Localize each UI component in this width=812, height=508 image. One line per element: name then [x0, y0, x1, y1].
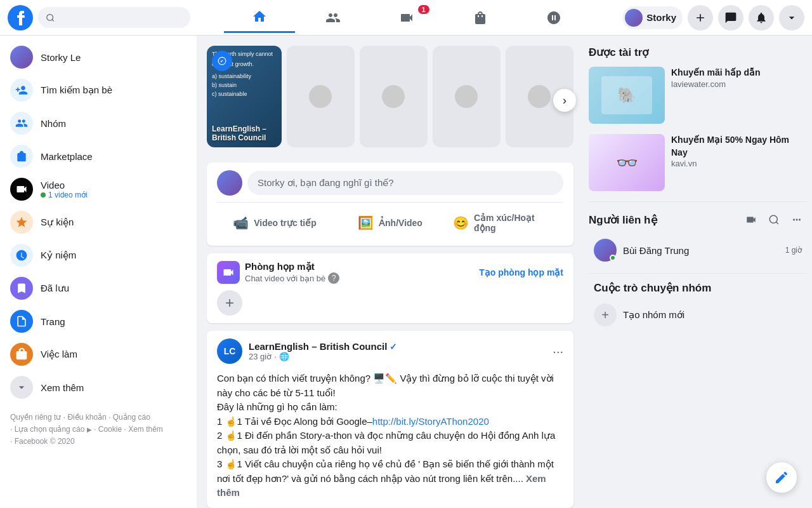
ad-domain-0: laviewater.com — [671, 79, 807, 89]
profile-button[interactable]: Storky — [622, 6, 683, 29]
sidebar-item-jobs[interactable]: Việc làm — [5, 338, 192, 371]
feeling-label: Cảm xúc/Hoạt động — [474, 213, 558, 233]
sidebar-item-saved[interactable]: Đã lưu — [5, 272, 192, 305]
search-bar[interactable]: Tìm kiếm trên Facebook — [38, 7, 190, 28]
contact-item-0[interactable]: Bùi Đăng Trung 1 giờ — [589, 235, 807, 265]
compose-floating-btn[interactable] — [766, 462, 797, 493]
video-new-badge: 1 video mới — [41, 190, 187, 199]
privacy-dot: · — [274, 352, 277, 361]
nav-watch-btn[interactable]: 1 — [371, 3, 442, 33]
ad-thumb-1: 👓 — [589, 134, 665, 191]
see-more-btn[interactable]: Xem thêm — [217, 473, 546, 498]
facebook-logo[interactable] — [8, 5, 33, 30]
footer-privacy[interactable]: Quyền riêng tư — [10, 413, 61, 422]
svg-line-5 — [776, 222, 778, 224]
sponsored-item-0[interactable]: 🐘 Khuyến mãi hấp dẫn laviewater.com — [589, 67, 807, 124]
ad-text-0: Khuyến mãi hấp dẫn laviewater.com — [671, 67, 807, 124]
search-contacts-btn[interactable] — [764, 210, 784, 230]
events-label: Sự kiện — [41, 217, 187, 228]
live-video-btn[interactable]: 📹 Video trực tiếp — [217, 208, 332, 238]
post-actions: 📹 Video trực tiếp 🖼️ Ảnh/Video 😊 Cảm xúc… — [217, 202, 563, 238]
search-input[interactable]: Tìm kiếm trên Facebook — [58, 12, 183, 23]
live-video-icon: 📹 — [233, 215, 249, 231]
sidebar-item-groups[interactable]: Nhóm — [5, 107, 192, 140]
room-box: Phòng họp mặt Chat video với bạn bè ? Tạ… — [207, 253, 573, 323]
post-composer-avatar — [217, 170, 242, 196]
svg-point-1 — [47, 14, 53, 20]
groups-label: Nhóm — [41, 118, 187, 129]
story-option-c: c) sustainable — [212, 91, 277, 98]
sidebar-item-pages[interactable]: Trang — [5, 305, 192, 338]
messenger-button[interactable] — [718, 5, 743, 30]
feed-post-header: LC LearnEnglish – British Council ✓ 23 g… — [207, 331, 573, 371]
sidebar-item-profile[interactable]: Storky Le — [5, 41, 192, 74]
ad-text-1: Khuyến Mại 50% Ngay Hôm Nay kavi.vn — [671, 134, 807, 191]
story-card-name: LearnEnglish – British Council — [212, 124, 277, 142]
feed-post-line2: Đây là những gì họ cần làm: — [217, 400, 563, 415]
feed-post-body: Con bạn có thích viết truyện không? 🖥️✏️… — [207, 371, 573, 508]
sidebar-item-marketplace[interactable]: Marketplace — [5, 140, 192, 173]
feed-post-meta: LearnEnglish – British Council ✓ 23 giờ … — [249, 341, 397, 361]
more-contacts-btn[interactable] — [787, 210, 807, 230]
story-option-b: b) sustain — [212, 82, 277, 90]
sidebar-item-events[interactable]: Sự kiện — [5, 206, 192, 239]
room-icon — [217, 261, 240, 284]
sidebar-footer: Quyền riêng tư · Điều khoản · Quảng cáo … — [5, 404, 192, 456]
footer-cookie[interactable]: Cookie — [98, 425, 122, 434]
new-video-call-btn[interactable] — [741, 210, 761, 230]
nav-marketplace-btn[interactable] — [445, 3, 516, 33]
room-info-icon[interactable]: ? — [328, 272, 339, 284]
contact-time-0: 1 giờ — [785, 246, 802, 255]
feed-post-0: LC LearnEnglish – British Council ✓ 23 g… — [207, 331, 573, 508]
post-input[interactable]: Storky ơi, bạn đang nghĩ gì thế? — [247, 171, 563, 195]
new-group-btn[interactable]: + Tạo nhóm mới — [589, 300, 807, 330]
add-button[interactable] — [688, 5, 713, 30]
story-card-3[interactable] — [433, 46, 501, 147]
stories-next-btn[interactable]: › — [553, 89, 576, 112]
create-room-btn[interactable]: Tạo phòng họp mặt — [479, 267, 563, 277]
video-icon — [10, 178, 33, 201]
nav-groups-btn[interactable] — [518, 3, 589, 33]
nav-home-btn[interactable] — [224, 3, 295, 33]
new-group-label: Tạo nhóm mới — [623, 309, 684, 321]
main-feed: The earth simply cannot constant growth.… — [197, 36, 584, 508]
feed-post-avatar: LC — [217, 338, 242, 364]
footer-terms[interactable]: Điều khoản — [67, 413, 106, 422]
memories-icon — [10, 244, 33, 267]
story-card-0[interactable]: The earth simply cannot constant growth.… — [207, 46, 282, 147]
story-card-2[interactable] — [360, 46, 428, 147]
dropdown-button[interactable] — [779, 5, 804, 30]
room-add-btn[interactable]: + — [217, 290, 242, 316]
nav-right-area: Storky — [622, 5, 804, 30]
stories-row: The earth simply cannot constant growth.… — [207, 46, 573, 147]
sponsored-item-1[interactable]: 👓 Khuyến Mại 50% Ngay Hôm Nay kavi.vn — [589, 134, 807, 191]
notifications-button[interactable] — [749, 5, 774, 30]
post-link[interactable]: http://bit.ly/StoryAThon2020 — [372, 416, 489, 427]
right-sidebar: Được tài trợ 🐘 Khuyến mãi hấp dẫn laview… — [584, 36, 812, 508]
footer-ad-choices[interactable]: Lựa chọn quảng cáo — [15, 425, 85, 434]
footer-ad-icon: ▶ — [87, 426, 92, 433]
ad-thumb-0: 🐘 — [589, 67, 665, 124]
footer-ads[interactable]: Quảng cáo — [113, 413, 150, 422]
main-layout: Storky Le Tìm kiếm bạn bè Nhóm Marketpla… — [0, 0, 812, 508]
feeling-btn[interactable]: 😊 Cảm xúc/Hoạt động — [448, 208, 563, 238]
footer-see-more[interactable]: Xem thêm — [128, 425, 163, 434]
contact-avatar-0 — [594, 239, 617, 262]
sidebar-item-video[interactable]: Video 1 video mới — [5, 173, 192, 206]
sidebar-item-find-friends[interactable]: Tìm kiếm bạn bè — [5, 74, 192, 107]
nav-center-icons: 1 — [195, 3, 617, 33]
feed-post-time: 23 giờ · 🌐 — [249, 352, 397, 361]
post-menu-btn[interactable]: ··· — [553, 344, 563, 359]
room-box-header: Phòng họp mặt Chat video với bạn bè ? Tạ… — [217, 261, 563, 284]
photo-video-btn[interactable]: 🖼️ Ảnh/Video — [332, 208, 448, 238]
photo-icon: 🖼️ — [358, 215, 374, 231]
story-card-content: LearnEnglish – British Council — [207, 119, 282, 147]
feed-post-name: LearnEnglish – British Council ✓ — [249, 341, 397, 352]
nav-friends-btn[interactable] — [298, 3, 369, 33]
contact-name-0: Bùi Đăng Trung — [623, 245, 779, 256]
profile-avatar — [10, 46, 33, 69]
sidebar-item-see-more[interactable]: Xem thêm — [5, 371, 192, 404]
story-card-1[interactable] — [287, 46, 355, 147]
contacts-header: Người liên hệ — [589, 210, 807, 230]
sidebar-item-memories[interactable]: Kỷ niệm — [5, 239, 192, 272]
